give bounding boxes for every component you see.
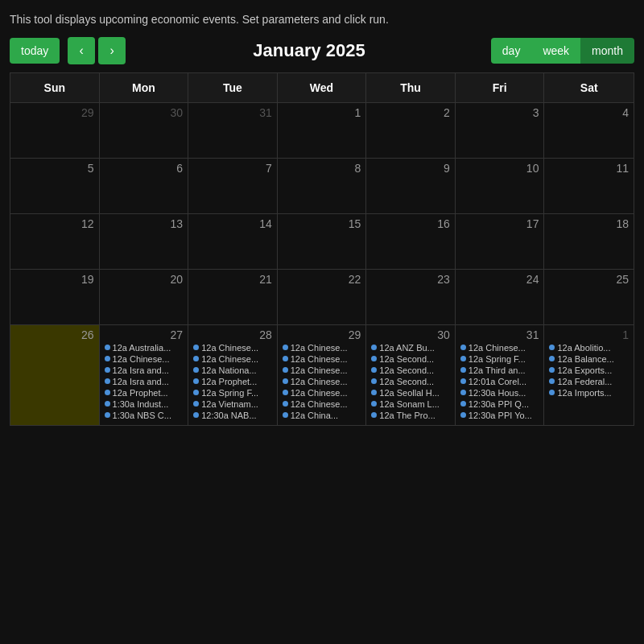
week-view-button[interactable]: week <box>531 38 580 64</box>
event-item[interactable]: 12a Australia... <box>105 343 184 353</box>
cal-cell-3-3[interactable]: 22 <box>278 270 367 324</box>
event-item[interactable]: 12a Chinese... <box>283 388 361 398</box>
day-number: 9 <box>371 162 450 175</box>
cal-cell-0-0[interactable]: 29 <box>10 103 100 158</box>
event-item[interactable]: 12a Nationa... <box>193 365 272 375</box>
cal-cell-0-6[interactable]: 4 <box>544 103 634 158</box>
day-number: 3 <box>460 106 539 119</box>
event-item[interactable]: 12a Seollal H... <box>371 388 450 398</box>
event-text: 12a Chinese... <box>201 343 258 353</box>
next-button[interactable]: › <box>98 37 126 64</box>
cal-cell-1-3[interactable]: 8 <box>278 159 367 213</box>
event-dot <box>460 378 466 384</box>
event-item[interactable]: 12a Vietnam... <box>193 399 272 409</box>
event-item[interactable]: 12a Isra and... <box>105 365 184 375</box>
cal-cell-0-4[interactable]: 2 <box>366 103 456 158</box>
cal-cell-3-4[interactable]: 23 <box>366 270 456 324</box>
event-item[interactable]: 12a Second... <box>371 354 450 364</box>
cal-cell-4-1[interactable]: 2712a Australia...12a Chinese...12a Isra… <box>100 325 189 425</box>
event-item[interactable]: 12a Federal... <box>549 377 629 386</box>
event-item[interactable]: 12a Chinese... <box>283 354 361 364</box>
week-row-2: 12131415161718 <box>10 213 634 269</box>
event-dot <box>105 401 110 407</box>
event-item[interactable]: 12:30a PPI Yo... <box>460 411 539 420</box>
today-button[interactable]: today <box>10 38 60 64</box>
cal-cell-2-4[interactable]: 16 <box>366 214 456 269</box>
event-item[interactable]: 12a Chinese... <box>193 343 272 353</box>
event-item[interactable]: 12a Abolitio... <box>549 343 629 353</box>
event-item[interactable]: 12a The Pro... <box>371 411 450 420</box>
event-item[interactable]: 12a Spring F... <box>460 354 539 364</box>
cal-cell-2-2[interactable]: 14 <box>188 214 278 269</box>
event-item[interactable]: 12a Second... <box>371 365 450 375</box>
event-item[interactable]: 12a Sonam L... <box>371 399 450 409</box>
event-item[interactable]: 12a Chinese... <box>460 343 539 353</box>
event-text: 12a Balance... <box>557 354 613 364</box>
cal-cell-2-5[interactable]: 17 <box>456 214 545 269</box>
cal-cell-4-2[interactable]: 2812a Chinese...12a Chinese...12a Nation… <box>188 325 278 425</box>
event-item[interactable]: 12a Second... <box>371 377 450 386</box>
event-item[interactable]: 12a Chinese... <box>283 343 361 353</box>
event-text: 12a Second... <box>379 365 434 375</box>
cal-cell-0-5[interactable]: 3 <box>456 103 545 158</box>
event-item[interactable]: 12a Chinese... <box>283 399 361 409</box>
cal-cell-1-4[interactable]: 9 <box>366 159 456 213</box>
cal-cell-2-3[interactable]: 15 <box>278 214 367 269</box>
event-item[interactable]: 12a Prophet... <box>105 388 184 398</box>
cal-cell-1-0[interactable]: 5 <box>10 159 100 213</box>
event-dot <box>283 345 288 350</box>
event-item[interactable]: 1:30a NBS C... <box>105 411 184 420</box>
cal-cell-4-5[interactable]: 3112a Chinese...12a Spring F...12a Third… <box>456 325 545 425</box>
day-number: 30 <box>105 106 184 119</box>
event-text: 12a Chinese... <box>291 354 348 364</box>
event-item[interactable]: 12a Chinese... <box>283 365 361 375</box>
cal-cell-4-3[interactable]: 2912a Chinese...12a Chinese...12a Chines… <box>278 325 367 425</box>
event-item[interactable]: 12:30a PPI Q... <box>460 399 539 409</box>
day-number: 1 <box>549 328 629 341</box>
month-view-button[interactable]: month <box>580 38 634 64</box>
day-number: 4 <box>549 106 629 119</box>
event-item[interactable]: 12a Spring F... <box>193 388 272 398</box>
cal-cell-0-3[interactable]: 1 <box>278 103 367 158</box>
cal-cell-3-5[interactable]: 24 <box>456 270 545 324</box>
cal-cell-4-0[interactable]: 26 <box>10 325 100 425</box>
event-item[interactable]: 12:01a Corel... <box>460 377 539 386</box>
event-item[interactable]: 12a ANZ Bu... <box>371 343 450 353</box>
day-number: 7 <box>193 162 272 175</box>
event-item[interactable]: 12a China... <box>283 411 361 420</box>
event-item[interactable]: 12a Balance... <box>549 354 629 364</box>
day-view-button[interactable]: day <box>491 38 532 64</box>
cal-cell-3-2[interactable]: 21 <box>188 270 278 324</box>
event-text: 12a Exports... <box>557 365 612 375</box>
cal-cell-2-0[interactable]: 12 <box>10 214 100 269</box>
event-item[interactable]: 12a Exports... <box>549 365 629 375</box>
cal-cell-3-1[interactable]: 20 <box>100 270 189 324</box>
event-item[interactable]: 12a Chinese... <box>193 354 272 364</box>
event-item[interactable]: 12a Prophet... <box>193 377 272 386</box>
cal-cell-1-1[interactable]: 6 <box>100 159 189 213</box>
event-text: 12a Australia... <box>113 343 171 353</box>
event-item[interactable]: 12:30a Hous... <box>460 388 539 398</box>
event-item[interactable]: 12a Imports... <box>549 388 629 398</box>
event-dot <box>549 356 555 361</box>
event-item[interactable]: 12a Chinese... <box>283 377 361 386</box>
event-item[interactable]: 1:30a Indust... <box>105 399 184 409</box>
calendar-header: Sun Mon Tue Wed Thu Fri Sat <box>10 73 634 102</box>
event-dot <box>371 401 377 407</box>
cal-cell-4-6[interactable]: 112a Abolitio...12a Balance...12a Export… <box>544 325 634 425</box>
event-item[interactable]: 12a Chinese... <box>105 354 184 364</box>
cal-cell-2-1[interactable]: 13 <box>100 214 189 269</box>
cal-cell-2-6[interactable]: 18 <box>544 214 634 269</box>
event-item[interactable]: 12:30a NAB... <box>193 411 272 420</box>
event-item[interactable]: 12a Isra and... <box>105 377 184 386</box>
event-item[interactable]: 12a Third an... <box>460 365 539 375</box>
cal-cell-1-5[interactable]: 10 <box>456 159 545 213</box>
prev-button[interactable]: ‹ <box>68 37 95 64</box>
cal-cell-4-4[interactable]: 3012a ANZ Bu...12a Second...12a Second..… <box>366 325 456 425</box>
cal-cell-3-6[interactable]: 25 <box>544 270 634 324</box>
cal-cell-0-2[interactable]: 31 <box>188 103 278 158</box>
cal-cell-3-0[interactable]: 19 <box>10 270 100 324</box>
cal-cell-1-6[interactable]: 11 <box>544 159 634 213</box>
cal-cell-1-2[interactable]: 7 <box>188 159 278 213</box>
cal-cell-0-1[interactable]: 30 <box>100 103 189 158</box>
